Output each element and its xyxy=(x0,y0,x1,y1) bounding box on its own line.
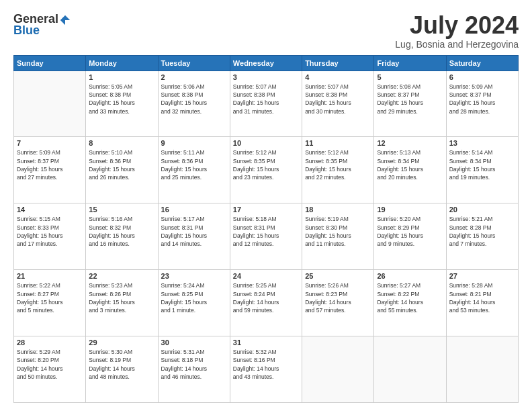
day-number: 21 xyxy=(17,272,83,280)
day-number: 8 xyxy=(89,139,154,147)
col-thursday: Thursday xyxy=(302,55,374,71)
day-number: 17 xyxy=(233,205,299,214)
table-row xyxy=(374,336,446,403)
table-row: 15Sunrise: 5:16 AM Sunset: 8:32 PM Dayli… xyxy=(86,203,158,270)
day-number: 29 xyxy=(89,338,154,347)
day-number: 18 xyxy=(305,205,371,214)
table-row: 14Sunrise: 5:15 AM Sunset: 8:33 PM Dayli… xyxy=(14,203,86,270)
day-number: 3 xyxy=(233,73,299,81)
table-row: 26Sunrise: 5:27 AM Sunset: 8:22 PM Dayli… xyxy=(374,270,446,336)
table-row: 28Sunrise: 5:29 AM Sunset: 8:20 PM Dayli… xyxy=(14,336,86,403)
table-row: 5Sunrise: 5:08 AM Sunset: 8:37 PM Daylig… xyxy=(374,71,446,137)
week-row-1: 7Sunrise: 5:09 AM Sunset: 8:37 PM Daylig… xyxy=(14,137,519,203)
month-title: July 2024 xyxy=(395,12,519,39)
table-row: 17Sunrise: 5:18 AM Sunset: 8:31 PM Dayli… xyxy=(230,203,302,270)
day-info: Sunrise: 5:15 AM Sunset: 8:33 PM Dayligh… xyxy=(17,215,83,248)
day-number: 27 xyxy=(449,272,515,280)
day-info: Sunrise: 5:17 AM Sunset: 8:31 PM Dayligh… xyxy=(161,215,227,248)
logo-blue: Blue xyxy=(13,24,40,38)
day-number: 16 xyxy=(161,205,227,214)
day-info: Sunrise: 5:09 AM Sunset: 8:37 PM Dayligh… xyxy=(17,148,83,181)
table-row: 3Sunrise: 5:07 AM Sunset: 8:38 PM Daylig… xyxy=(230,71,302,137)
week-row-4: 28Sunrise: 5:29 AM Sunset: 8:20 PM Dayli… xyxy=(14,336,519,403)
table-row: 23Sunrise: 5:24 AM Sunset: 8:25 PM Dayli… xyxy=(158,270,230,336)
day-info: Sunrise: 5:23 AM Sunset: 8:26 PM Dayligh… xyxy=(89,281,154,314)
day-info: Sunrise: 5:14 AM Sunset: 8:34 PM Dayligh… xyxy=(449,148,515,181)
table-row: 16Sunrise: 5:17 AM Sunset: 8:31 PM Dayli… xyxy=(158,203,230,270)
table-row: 11Sunrise: 5:12 AM Sunset: 8:35 PM Dayli… xyxy=(302,137,374,203)
table-row: 2Sunrise: 5:06 AM Sunset: 8:38 PM Daylig… xyxy=(158,71,230,137)
week-row-2: 14Sunrise: 5:15 AM Sunset: 8:33 PM Dayli… xyxy=(14,203,519,270)
day-info: Sunrise: 5:12 AM Sunset: 8:35 PM Dayligh… xyxy=(305,148,371,181)
col-wednesday: Wednesday xyxy=(230,55,302,71)
table-row xyxy=(446,336,518,403)
table-row xyxy=(14,71,86,137)
table-row: 8Sunrise: 5:10 AM Sunset: 8:36 PM Daylig… xyxy=(86,137,158,203)
day-info: Sunrise: 5:24 AM Sunset: 8:25 PM Dayligh… xyxy=(161,281,227,314)
day-info: Sunrise: 5:32 AM Sunset: 8:16 PM Dayligh… xyxy=(233,348,299,381)
day-number: 23 xyxy=(161,272,227,280)
table-row: 31Sunrise: 5:32 AM Sunset: 8:16 PM Dayli… xyxy=(230,336,302,403)
day-info: Sunrise: 5:16 AM Sunset: 8:32 PM Dayligh… xyxy=(89,215,154,248)
day-number: 25 xyxy=(305,272,371,280)
day-info: Sunrise: 5:28 AM Sunset: 8:21 PM Dayligh… xyxy=(449,281,515,314)
day-number: 28 xyxy=(17,338,83,347)
day-number: 7 xyxy=(17,139,83,147)
logo: General Blue xyxy=(13,12,71,38)
day-info: Sunrise: 5:07 AM Sunset: 8:38 PM Dayligh… xyxy=(305,83,371,116)
day-number: 6 xyxy=(449,73,515,81)
title-block: July 2024 Lug, Bosnia and Herzegovina xyxy=(395,12,519,50)
table-row: 25Sunrise: 5:26 AM Sunset: 8:23 PM Dayli… xyxy=(302,270,374,336)
table-row xyxy=(302,336,374,403)
table-row: 18Sunrise: 5:19 AM Sunset: 8:30 PM Dayli… xyxy=(302,203,374,270)
day-info: Sunrise: 5:27 AM Sunset: 8:22 PM Dayligh… xyxy=(377,281,443,314)
calendar-table: Sunday Monday Tuesday Wednesday Thursday… xyxy=(13,55,519,403)
day-info: Sunrise: 5:19 AM Sunset: 8:30 PM Dayligh… xyxy=(305,215,371,248)
svg-marker-0 xyxy=(60,15,70,25)
week-row-0: 1Sunrise: 5:05 AM Sunset: 8:38 PM Daylig… xyxy=(14,71,519,137)
header: General Blue July 2024 Lug, Bosnia and H… xyxy=(13,12,519,50)
day-number: 14 xyxy=(17,205,83,214)
table-row: 4Sunrise: 5:07 AM Sunset: 8:38 PM Daylig… xyxy=(302,71,374,137)
day-number: 31 xyxy=(233,338,299,347)
table-row: 21Sunrise: 5:22 AM Sunset: 8:27 PM Dayli… xyxy=(14,270,86,336)
day-info: Sunrise: 5:07 AM Sunset: 8:38 PM Dayligh… xyxy=(233,83,299,116)
col-tuesday: Tuesday xyxy=(158,55,230,71)
col-monday: Monday xyxy=(86,55,158,71)
day-info: Sunrise: 5:22 AM Sunset: 8:27 PM Dayligh… xyxy=(17,281,83,314)
table-row: 24Sunrise: 5:25 AM Sunset: 8:24 PM Dayli… xyxy=(230,270,302,336)
day-info: Sunrise: 5:21 AM Sunset: 8:28 PM Dayligh… xyxy=(449,215,515,248)
day-info: Sunrise: 5:31 AM Sunset: 8:18 PM Dayligh… xyxy=(161,348,227,381)
day-number: 26 xyxy=(377,272,443,280)
table-row: 9Sunrise: 5:11 AM Sunset: 8:36 PM Daylig… xyxy=(158,137,230,203)
day-info: Sunrise: 5:18 AM Sunset: 8:31 PM Dayligh… xyxy=(233,215,299,248)
table-row: 19Sunrise: 5:20 AM Sunset: 8:29 PM Dayli… xyxy=(374,203,446,270)
col-friday: Friday xyxy=(374,55,446,71)
day-number: 11 xyxy=(305,139,371,147)
day-number: 9 xyxy=(161,139,227,147)
day-info: Sunrise: 5:05 AM Sunset: 8:38 PM Dayligh… xyxy=(89,83,154,116)
day-number: 10 xyxy=(233,139,299,147)
day-info: Sunrise: 5:30 AM Sunset: 8:19 PM Dayligh… xyxy=(89,348,154,381)
day-info: Sunrise: 5:13 AM Sunset: 8:34 PM Dayligh… xyxy=(377,148,443,181)
col-saturday: Saturday xyxy=(446,55,518,71)
table-row: 22Sunrise: 5:23 AM Sunset: 8:26 PM Dayli… xyxy=(86,270,158,336)
logo-icon xyxy=(59,14,71,26)
day-number: 19 xyxy=(377,205,443,214)
day-info: Sunrise: 5:29 AM Sunset: 8:20 PM Dayligh… xyxy=(17,348,83,381)
day-number: 13 xyxy=(449,139,515,147)
day-number: 24 xyxy=(233,272,299,280)
table-row: 27Sunrise: 5:28 AM Sunset: 8:21 PM Dayli… xyxy=(446,270,518,336)
week-row-3: 21Sunrise: 5:22 AM Sunset: 8:27 PM Dayli… xyxy=(14,270,519,336)
calendar-header-row: Sunday Monday Tuesday Wednesday Thursday… xyxy=(14,55,519,71)
table-row: 12Sunrise: 5:13 AM Sunset: 8:34 PM Dayli… xyxy=(374,137,446,203)
table-row: 1Sunrise: 5:05 AM Sunset: 8:38 PM Daylig… xyxy=(86,71,158,137)
day-number: 22 xyxy=(89,272,154,280)
day-number: 5 xyxy=(377,73,443,81)
table-row: 30Sunrise: 5:31 AM Sunset: 8:18 PM Dayli… xyxy=(158,336,230,403)
table-row: 6Sunrise: 5:09 AM Sunset: 8:37 PM Daylig… xyxy=(446,71,518,137)
col-sunday: Sunday xyxy=(14,55,86,71)
day-number: 20 xyxy=(449,205,515,214)
day-info: Sunrise: 5:12 AM Sunset: 8:35 PM Dayligh… xyxy=(233,148,299,181)
day-info: Sunrise: 5:08 AM Sunset: 8:37 PM Dayligh… xyxy=(377,83,443,116)
